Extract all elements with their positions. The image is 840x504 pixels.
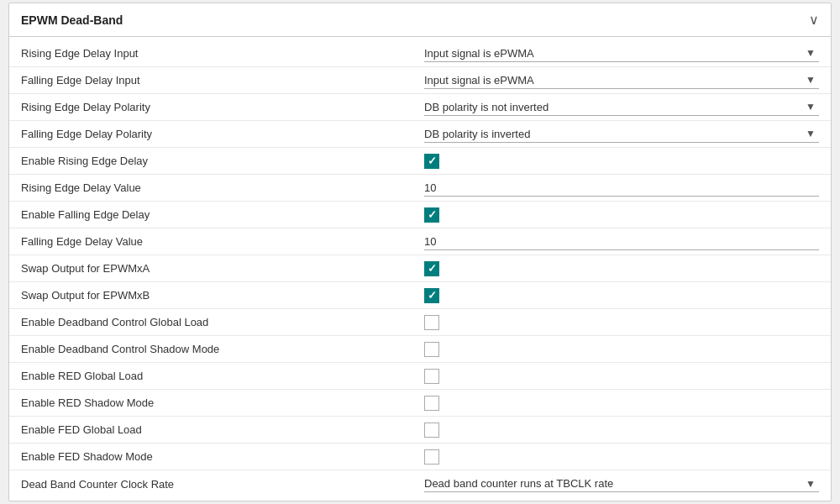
value-rising-edge-delay-polarity: DB polarity is not inverted▼ <box>424 99 819 116</box>
dropdown-arrow-falling-edge-delay-polarity: ▼ <box>806 128 816 139</box>
checkbox-enable-deadband-control-shadow-mode[interactable] <box>424 342 439 357</box>
label-enable-deadband-control-global-load: Enable Deadband Control Global Load <box>21 316 424 328</box>
dropdown-dead-band-counter-clock-rate[interactable]: Dead band counter runs at TBCLK rate▼ <box>424 475 819 492</box>
row-enable-deadband-control-global-load: Enable Deadband Control Global Load <box>9 309 831 336</box>
checkbox-enable-fed-shadow-mode[interactable] <box>424 449 439 465</box>
row-swap-output-epwmxb: Swap Output for EPWMxB <box>9 282 831 309</box>
value-enable-fed-shadow-mode <box>424 449 819 465</box>
collapse-icon[interactable]: ∨ <box>809 12 819 28</box>
label-enable-falling-edge-delay: Enable Falling Edge Delay <box>21 208 424 221</box>
row-falling-edge-delay-value: Falling Edge Delay Value <box>9 228 831 255</box>
dropdown-text-falling-edge-delay-polarity: DB polarity is inverted <box>424 128 801 140</box>
label-rising-edge-delay-polarity: Rising Edge Delay Polarity <box>21 101 424 113</box>
dropdown-text-falling-edge-delay-input: Input signal is ePWMA <box>424 74 801 87</box>
value-enable-falling-edge-delay <box>424 207 819 223</box>
value-falling-edge-delay-polarity: DB polarity is inverted▼ <box>424 126 819 143</box>
row-enable-deadband-control-shadow-mode: Enable Deadband Control Shadow Mode <box>9 336 831 363</box>
panel-body: Rising Edge Delay InputInput signal is e… <box>9 37 831 501</box>
label-enable-rising-edge-delay: Enable Rising Edge Delay <box>21 155 424 167</box>
row-rising-edge-delay-input: Rising Edge Delay InputInput signal is e… <box>9 40 831 67</box>
row-swap-output-epwmxa: Swap Output for EPWMxA <box>9 255 831 282</box>
dropdown-text-rising-edge-delay-polarity: DB polarity is not inverted <box>424 101 801 113</box>
checkbox-enable-rising-edge-delay[interactable] <box>424 154 439 169</box>
row-falling-edge-delay-polarity: Falling Edge Delay PolarityDB polarity i… <box>9 121 831 148</box>
panel-header: EPWM Dead-Band ∨ <box>9 3 831 37</box>
row-enable-rising-edge-delay: Enable Rising Edge Delay <box>9 148 831 175</box>
dropdown-text-rising-edge-delay-input: Input signal is ePWMA <box>424 47 801 60</box>
dropdown-rising-edge-delay-input[interactable]: Input signal is ePWMA▼ <box>424 45 819 62</box>
input-rising-edge-delay-value[interactable] <box>424 180 819 197</box>
value-enable-fed-global-load <box>424 423 819 438</box>
row-dead-band-counter-clock-rate: Dead Band Counter Clock RateDead band co… <box>9 470 831 497</box>
dropdown-rising-edge-delay-polarity[interactable]: DB polarity is not inverted▼ <box>424 99 819 116</box>
dropdown-arrow-rising-edge-delay-polarity: ▼ <box>806 101 816 113</box>
label-enable-red-global-load: Enable RED Global Load <box>21 370 424 382</box>
label-falling-edge-delay-value: Falling Edge Delay Value <box>21 235 424 248</box>
label-swap-output-epwmxb: Swap Output for EPWMxB <box>21 289 424 302</box>
checkbox-swap-output-epwmxa[interactable] <box>424 261 439 276</box>
label-dead-band-counter-clock-rate: Dead Band Counter Clock Rate <box>21 478 424 491</box>
label-rising-edge-delay-input: Rising Edge Delay Input <box>21 47 424 60</box>
row-enable-red-shadow-mode: Enable RED Shadow Mode <box>9 390 831 417</box>
dropdown-falling-edge-delay-polarity[interactable]: DB polarity is inverted▼ <box>424 126 819 143</box>
row-enable-falling-edge-delay: Enable Falling Edge Delay <box>9 202 831 228</box>
value-falling-edge-delay-input: Input signal is ePWMA▼ <box>424 72 819 89</box>
label-enable-deadband-control-shadow-mode: Enable Deadband Control Shadow Mode <box>21 343 424 355</box>
row-enable-fed-shadow-mode: Enable FED Shadow Mode <box>9 444 831 470</box>
checkbox-enable-falling-edge-delay[interactable] <box>424 207 439 223</box>
label-falling-edge-delay-input: Falling Edge Delay Input <box>21 74 424 87</box>
label-swap-output-epwmxa: Swap Output for EPWMxA <box>21 262 424 275</box>
value-enable-red-shadow-mode <box>424 396 819 411</box>
checkbox-enable-deadband-control-global-load[interactable] <box>424 315 439 330</box>
value-dead-band-counter-clock-rate: Dead band counter runs at TBCLK rate▼ <box>424 475 819 492</box>
label-enable-red-shadow-mode: Enable RED Shadow Mode <box>21 396 424 409</box>
label-rising-edge-delay-value: Rising Edge Delay Value <box>21 181 424 194</box>
checkbox-swap-output-epwmxb[interactable] <box>424 288 439 303</box>
value-enable-red-global-load <box>424 369 819 384</box>
value-enable-rising-edge-delay <box>424 154 819 169</box>
value-rising-edge-delay-value <box>424 180 819 197</box>
label-enable-fed-shadow-mode: Enable FED Shadow Mode <box>21 450 424 463</box>
epwm-dead-band-panel: EPWM Dead-Band ∨ Rising Edge Delay Input… <box>8 3 832 501</box>
checkbox-enable-red-global-load[interactable] <box>424 369 439 384</box>
input-falling-edge-delay-value[interactable] <box>424 234 819 250</box>
row-enable-red-global-load: Enable RED Global Load <box>9 363 831 390</box>
row-rising-edge-delay-value: Rising Edge Delay Value <box>9 175 831 202</box>
value-enable-deadband-control-shadow-mode <box>424 342 819 357</box>
checkbox-enable-red-shadow-mode[interactable] <box>424 396 439 411</box>
label-enable-fed-global-load: Enable FED Global Load <box>21 423 424 436</box>
dropdown-text-dead-band-counter-clock-rate: Dead band counter runs at TBCLK rate <box>424 477 801 490</box>
dropdown-arrow-dead-band-counter-clock-rate: ▼ <box>806 478 816 490</box>
value-enable-deadband-control-global-load <box>424 315 819 330</box>
checkbox-enable-fed-global-load[interactable] <box>424 423 439 438</box>
value-falling-edge-delay-value <box>424 234 819 250</box>
panel-title: EPWM Dead-Band <box>21 13 123 27</box>
row-enable-fed-global-load: Enable FED Global Load <box>9 417 831 444</box>
value-swap-output-epwmxa <box>424 261 819 276</box>
dropdown-arrow-rising-edge-delay-input: ▼ <box>806 47 816 59</box>
row-rising-edge-delay-polarity: Rising Edge Delay PolarityDB polarity is… <box>9 94 831 121</box>
value-swap-output-epwmxb <box>424 288 819 303</box>
dropdown-arrow-falling-edge-delay-input: ▼ <box>806 74 816 86</box>
row-falling-edge-delay-input: Falling Edge Delay InputInput signal is … <box>9 67 831 94</box>
dropdown-falling-edge-delay-input[interactable]: Input signal is ePWMA▼ <box>424 72 819 89</box>
label-falling-edge-delay-polarity: Falling Edge Delay Polarity <box>21 128 424 140</box>
value-rising-edge-delay-input: Input signal is ePWMA▼ <box>424 45 819 62</box>
